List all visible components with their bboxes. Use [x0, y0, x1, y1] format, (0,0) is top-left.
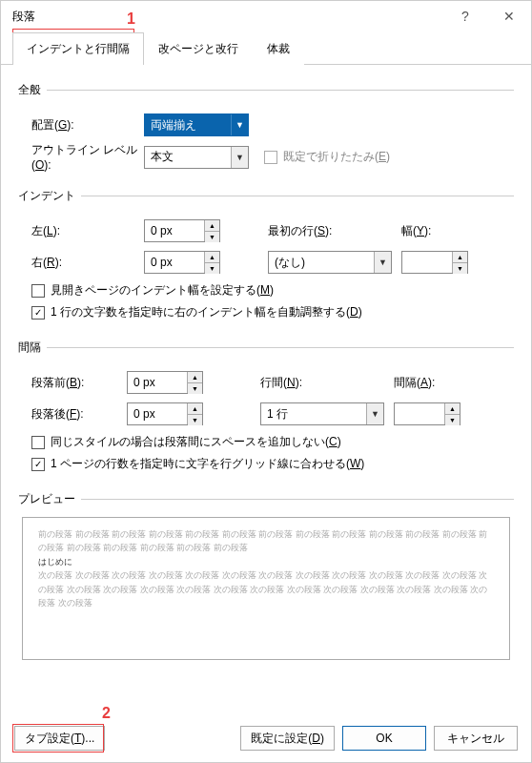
close-button[interactable]: ✕	[487, 1, 531, 31]
set-default-button[interactable]: 既定に設定(D)	[240, 726, 335, 751]
spin-buttons[interactable]: ▲▼	[187, 403, 202, 424]
auto-adjust-checkbox[interactable]: ✓	[31, 306, 45, 320]
window-title: 段落	[12, 9, 443, 25]
titlebar: 段落 ? ✕	[1, 1, 531, 31]
space-after-label: 段落後(F):	[22, 406, 127, 423]
indent-right-input[interactable]: 0 px ▲▼	[144, 251, 220, 274]
preview-prev: 前の段落 前の段落 前の段落 前の段落 前の段落 前の段落 前の段落 前の段落 …	[38, 527, 494, 555]
space-before-input[interactable]: 0 px ▲▼	[127, 371, 203, 394]
ok-button[interactable]: OK	[342, 726, 426, 751]
outline-combo[interactable]: 本文 ▼	[144, 146, 249, 169]
annotation-2: 2	[102, 705, 111, 722]
cancel-button[interactable]: キャンセル	[434, 726, 518, 751]
indent-right-label: 右(R):	[22, 255, 144, 271]
indent-left-label: 左(L):	[22, 223, 144, 239]
preview-next: 次の段落 次の段落 次の段落 次の段落 次の段落 次の段落 次の段落 次の段落 …	[38, 568, 494, 609]
spin-buttons[interactable]: ▲▼	[444, 403, 460, 424]
no-space-same-style-label: 同じスタイルの場合は段落間にスペースを追加しない(C)	[51, 434, 341, 450]
tab-page-breaks[interactable]: 改ページと改行	[144, 32, 253, 65]
spacing-at-input[interactable]: ▲▼	[394, 402, 460, 425]
paragraph-dialog: 段落 ? ✕ 1 インデントと行間隔 改ページと改行 体裁 全般 配置(G): …	[0, 0, 532, 763]
indent-width-input[interactable]: ▲▼	[401, 251, 468, 274]
group-general-legend: 全般	[18, 82, 47, 98]
group-spacing: 間隔 段落前(B): 0 px ▲▼ 行間(N): 間隔(A): 段落後(F):…	[18, 340, 514, 482]
spin-buttons[interactable]: ▲▼	[204, 220, 219, 241]
line-spacing-combo[interactable]: 1 行 ▼	[260, 402, 384, 425]
firstline-combo[interactable]: (なし) ▼	[268, 251, 392, 274]
preview-box: 前の段落 前の段落 前の段落 前の段落 前の段落 前の段落 前の段落 前の段落 …	[22, 517, 510, 660]
chevron-down-icon: ▼	[231, 114, 248, 135]
indent-left-input[interactable]: 0 px ▲▼	[144, 219, 220, 242]
group-general: 全般 配置(G): 両端揃え ▼ アウトライン レベル(O): 本文 ▼ 既定で…	[18, 82, 514, 178]
space-before-label: 段落前(B):	[22, 375, 127, 391]
line-spacing-label: 行間(N):	[260, 375, 346, 391]
alignment-combo[interactable]: 両端揃え ▼	[144, 113, 249, 136]
group-preview-legend: プレビュー	[18, 491, 81, 507]
snap-to-grid-label: 1 ページの行数を指定時に文字を行グリッド線に合わせる(W)	[51, 456, 364, 472]
chevron-down-icon: ▼	[231, 147, 248, 168]
firstline-label: 最初の行(S):	[268, 223, 354, 239]
spin-buttons[interactable]: ▲▼	[187, 372, 202, 393]
auto-adjust-label: 1 行の文字数を指定時に右のインデント幅を自動調整する(D)	[51, 304, 362, 320]
tab-bar: 1 インデントと行間隔 改ページと改行 体裁	[1, 31, 531, 65]
spin-buttons[interactable]: ▲▼	[204, 252, 219, 273]
no-space-same-style-checkbox[interactable]	[31, 436, 45, 449]
help-button[interactable]: ?	[443, 1, 487, 31]
group-indent-legend: インデント	[18, 188, 81, 204]
chevron-down-icon: ▼	[366, 403, 383, 424]
indent-width-label: 幅(Y):	[401, 223, 459, 239]
mirror-indents-checkbox[interactable]	[31, 284, 45, 298]
preview-current: はじめに	[38, 555, 494, 568]
snap-to-grid-checkbox[interactable]: ✓	[31, 458, 45, 471]
tab-asian-typography[interactable]: 体裁	[253, 32, 304, 65]
tabs-button[interactable]: タブ設定(T)...	[14, 726, 105, 751]
spin-buttons[interactable]: ▲▼	[452, 252, 467, 273]
alignment-label: 配置(G):	[22, 117, 144, 134]
mirror-indents-label: 見開きページのインデント幅を設定する(M)	[51, 282, 274, 299]
dialog-footer: 2 タブ設定(T)... 既定に設定(D) OK キャンセル	[1, 714, 531, 762]
chevron-down-icon: ▼	[374, 252, 391, 273]
spacing-at-label: 間隔(A):	[394, 375, 451, 391]
space-after-input[interactable]: 0 px ▲▼	[127, 402, 203, 425]
group-preview: プレビュー 前の段落 前の段落 前の段落 前の段落 前の段落 前の段落 前の段落…	[18, 491, 514, 664]
group-spacing-legend: 間隔	[18, 340, 47, 356]
group-indent: インデント 左(L): 0 px ▲▼ 最初の行(S): 幅(Y): 右(R):…	[18, 188, 514, 330]
collapse-checkbox[interactable]	[264, 151, 277, 164]
outline-label: アウトライン レベル(O):	[22, 142, 144, 172]
tab-indent-spacing[interactable]: インデントと行間隔	[12, 32, 144, 65]
collapse-label: 既定で折りたたみ(E)	[283, 149, 390, 165]
